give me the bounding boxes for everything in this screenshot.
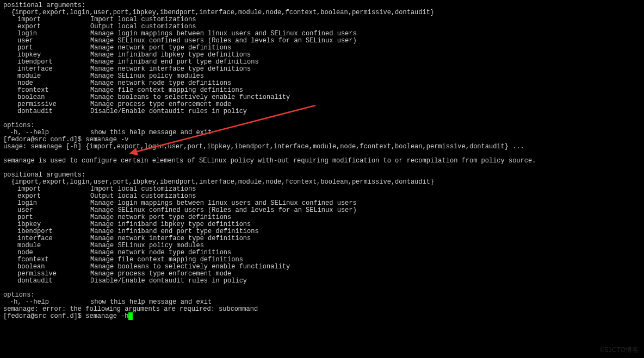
- shell-prompt-2[interactable]: [fedora@src conf.d]$ semanage -h: [3, 313, 641, 320]
- subcommand-row: dontauditDisable/Enable dontaudit rules …: [3, 108, 641, 115]
- subcommand-desc: Manage process type enforcement mode: [90, 101, 231, 108]
- subcommand-label: fcontext: [3, 256, 90, 263]
- subcommand-desc: Disable/Enable dontaudit rules in policy: [90, 277, 247, 285]
- subcommand-label: dontaudit: [3, 278, 90, 285]
- subcommand-label: export: [3, 193, 90, 200]
- terminal-output[interactable]: positional arguments: {import,export,log…: [3, 2, 641, 320]
- subcommand-desc: Manage login mappings between linux user…: [90, 199, 357, 207]
- subcommand-desc: Manage process type enforcement mode: [90, 270, 231, 278]
- subcommand-desc: Manage login mappings between linux user…: [90, 30, 357, 37]
- subcommand-desc: Manage infiniband ibpkey type definition…: [90, 221, 251, 228]
- subcommand-label: dontaudit: [3, 108, 90, 115]
- subcommand-label: user: [3, 207, 90, 214]
- subcommand-row: dontauditDisable/Enable dontaudit rules …: [3, 278, 641, 285]
- subcommand-label: port: [3, 214, 90, 221]
- subcommand-label: login: [3, 200, 90, 207]
- subcommand-desc: Manage SELinux confined users (Roles and…: [90, 206, 357, 214]
- subcommand-desc: Manage booleans to selectively enable fu…: [90, 93, 290, 101]
- subcommand-desc: Manage infiniband end port type definiti…: [90, 228, 259, 235]
- watermark-text: ©51CTO博客: [600, 347, 639, 354]
- subcommand-label: interface: [3, 235, 90, 242]
- subcommand-desc: Manage infiniband ibpkey type definition…: [90, 51, 251, 59]
- subcommand-label: interface: [3, 66, 90, 73]
- subcommand-desc: Manage booleans to selectively enable fu…: [90, 263, 290, 271]
- usage-line: usage: semanage [-h] {import,export,logi…: [3, 143, 641, 150]
- subcommand-desc: Manage network node type definitions: [90, 79, 231, 87]
- subcommand-label: import: [3, 186, 90, 193]
- subcommand-desc: Manage network interface type definition…: [90, 65, 251, 73]
- subcommand-desc: Output local customizations: [90, 192, 196, 200]
- command-text: semanage -v: [85, 136, 128, 143]
- subcommand-label: module: [3, 73, 90, 80]
- prompt-text: [fedora@src conf.d]$: [3, 312, 85, 320]
- subcommand-label: user: [3, 37, 90, 45]
- subcommand-label: fcontext: [3, 87, 90, 94]
- subcommand-desc: Manage network port type definitions: [90, 213, 231, 221]
- subcommand-desc: Import local customizations: [90, 16, 196, 23]
- subcommand-desc: Manage file context mapping definitions: [90, 86, 243, 94]
- subcommand-label: export: [3, 23, 90, 30]
- subcommand-desc: Manage infiniband end port type definiti…: [90, 58, 259, 66]
- subcommand-desc: Manage network interface type definition…: [90, 235, 251, 242]
- description-line: semanage is used to configure certain el…: [3, 158, 641, 165]
- subcommand-desc: Output local customizations: [90, 23, 196, 30]
- subcommand-desc: Manage SELinux confined users (Roles and…: [90, 37, 357, 45]
- cursor-icon: [128, 312, 132, 320]
- prompt-text: [fedora@src conf.d]$: [3, 136, 85, 143]
- subcommand-desc: Manage file context mapping definitions: [90, 256, 243, 263]
- subcommand-label: login: [3, 30, 90, 37]
- subcommand-label: import: [3, 16, 90, 23]
- subcommand-desc: Manage network port type definitions: [90, 44, 231, 52]
- subcommand-desc: Manage network node type definitions: [90, 249, 231, 256]
- subcommand-desc: Manage SELinux policy modules: [90, 242, 204, 249]
- subcommand-desc: Manage SELinux policy modules: [90, 72, 204, 80]
- subcommand-desc: Disable/Enable dontaudit rules in policy: [90, 108, 247, 115]
- subcommand-label: module: [3, 242, 90, 249]
- subcommand-desc: Import local customizations: [90, 185, 196, 193]
- command-text: semanage -h: [85, 312, 128, 320]
- subcommand-label: port: [3, 45, 90, 52]
